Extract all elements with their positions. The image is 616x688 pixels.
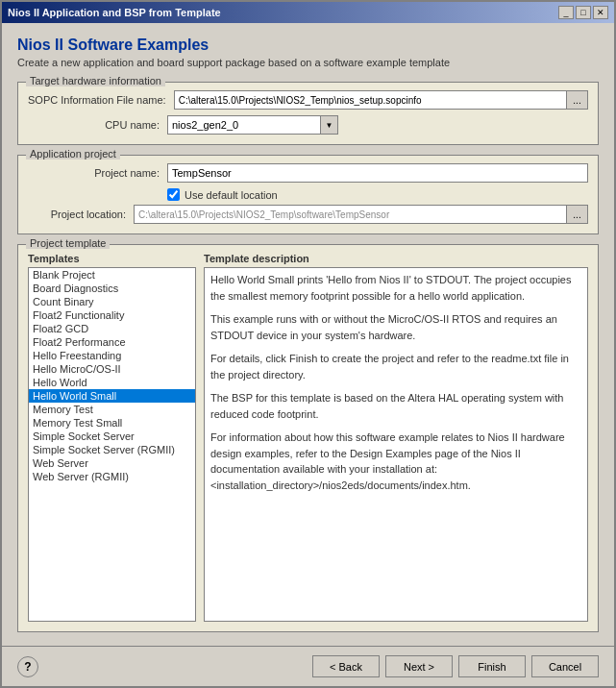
- template-item[interactable]: Hello World: [29, 376, 195, 389]
- template-item[interactable]: Float2 Functionality: [29, 308, 195, 322]
- templates-list[interactable]: Blank ProjectBoard DiagnosticsCount Bina…: [28, 267, 196, 622]
- templates-section-label: Project template: [26, 237, 110, 249]
- templates-list-panel: Templates Blank ProjectBoard Diagnostics…: [28, 253, 196, 622]
- window-title: Nios II Application and BSP from Templat…: [8, 7, 221, 18]
- footer-left: ?: [17, 656, 38, 677]
- templates-col-label: Templates: [28, 253, 196, 264]
- help-button[interactable]: ?: [17, 656, 38, 677]
- dialog-footer: ? < Back Next > Finish Cancel: [2, 646, 614, 686]
- window-controls: _ □ ✕: [558, 6, 608, 19]
- hardware-section: Target hardware information SOPC Informa…: [17, 82, 599, 145]
- close-button[interactable]: ✕: [593, 6, 608, 19]
- dialog-content: Nios II Software Examples Create a new a…: [2, 23, 614, 646]
- default-location-row: Use default location: [167, 188, 588, 201]
- template-item[interactable]: Blank Project: [29, 268, 195, 282]
- finish-button[interactable]: Finish: [458, 655, 526, 677]
- description-paragraph: The BSP for this template is based on th…: [210, 390, 572, 422]
- location-label: Project location:: [28, 209, 134, 220]
- description-paragraph: This example runs with or without the Mi…: [210, 311, 572, 343]
- default-location-label: Use default location: [185, 189, 278, 201]
- sopc-input[interactable]: [174, 90, 567, 110]
- cpu-select[interactable]: nios2_gen2_0: [167, 115, 321, 135]
- cancel-button[interactable]: Cancel: [531, 655, 599, 677]
- templates-section: Project template Templates Blank Project…: [17, 244, 599, 632]
- template-item[interactable]: Hello MicroC/OS-II: [29, 362, 195, 376]
- project-name-label: Project name:: [28, 167, 167, 179]
- sopc-label: SOPC Information File name:: [28, 94, 174, 106]
- description-col-label: Template description: [204, 253, 588, 264]
- template-item[interactable]: Hello World Small: [29, 389, 195, 403]
- default-location-checkbox[interactable]: [167, 188, 180, 201]
- description-box: Hello World Small prints 'Hello from Nio…: [204, 267, 588, 622]
- page-header: Nios II Software Examples Create a new a…: [17, 37, 599, 68]
- template-item[interactable]: Simple Socket Server (RGMII): [29, 443, 195, 456]
- cpu-select-wrapper: nios2_gen2_0 ▼: [167, 115, 338, 135]
- location-browse-button[interactable]: ...: [567, 205, 588, 224]
- next-button[interactable]: Next >: [385, 655, 453, 677]
- main-window: Nios II Application and BSP from Templat…: [0, 0, 616, 688]
- hardware-section-label: Target hardware information: [26, 75, 165, 86]
- title-bar: Nios II Application and BSP from Templat…: [2, 2, 614, 23]
- cpu-select-arrow[interactable]: ▼: [321, 115, 338, 135]
- maximize-button[interactable]: □: [576, 6, 591, 19]
- templates-content: Templates Blank ProjectBoard Diagnostics…: [28, 253, 588, 622]
- template-item[interactable]: Simple Socket Server: [29, 430, 195, 443]
- template-item[interactable]: Web Server: [29, 456, 195, 470]
- minimize-button[interactable]: _: [558, 6, 574, 19]
- description-paragraph: For details, click Finish to create the …: [210, 351, 572, 382]
- footer-right: < Back Next > Finish Cancel: [312, 655, 599, 677]
- template-item[interactable]: Hello Freestanding: [29, 349, 195, 362]
- project-name-row: Project name:: [28, 163, 588, 183]
- description-panel: Template description Hello World Small p…: [204, 253, 588, 622]
- location-input[interactable]: [134, 205, 567, 224]
- cpu-row: CPU name: nios2_gen2_0 ▼: [28, 115, 588, 135]
- template-item[interactable]: Count Binary: [29, 295, 195, 308]
- template-item[interactable]: Float2 Performance: [29, 335, 195, 349]
- template-item[interactable]: Web Server (RGMII): [29, 470, 195, 483]
- template-item[interactable]: Memory Test: [29, 403, 195, 416]
- page-subtitle: Create a new application and board suppo…: [17, 57, 599, 68]
- template-item[interactable]: Float2 GCD: [29, 322, 195, 335]
- location-row: Project location: ...: [28, 205, 588, 224]
- sopc-row: SOPC Information File name: ...: [28, 90, 588, 110]
- template-item[interactable]: Board Diagnostics: [29, 282, 195, 295]
- sopc-browse-button[interactable]: ...: [567, 90, 588, 110]
- application-section: Application project Project name: Use de…: [17, 155, 599, 234]
- template-item[interactable]: Memory Test Small: [29, 416, 195, 430]
- application-section-label: Application project: [26, 148, 120, 160]
- cpu-label: CPU name:: [28, 119, 167, 131]
- description-paragraph: Hello World Small prints 'Hello from Nio…: [210, 272, 572, 304]
- back-button[interactable]: < Back: [312, 655, 380, 677]
- page-title: Nios II Software Examples: [17, 37, 599, 54]
- project-name-input[interactable]: [167, 163, 588, 183]
- description-paragraph: For information about how this software …: [210, 430, 572, 493]
